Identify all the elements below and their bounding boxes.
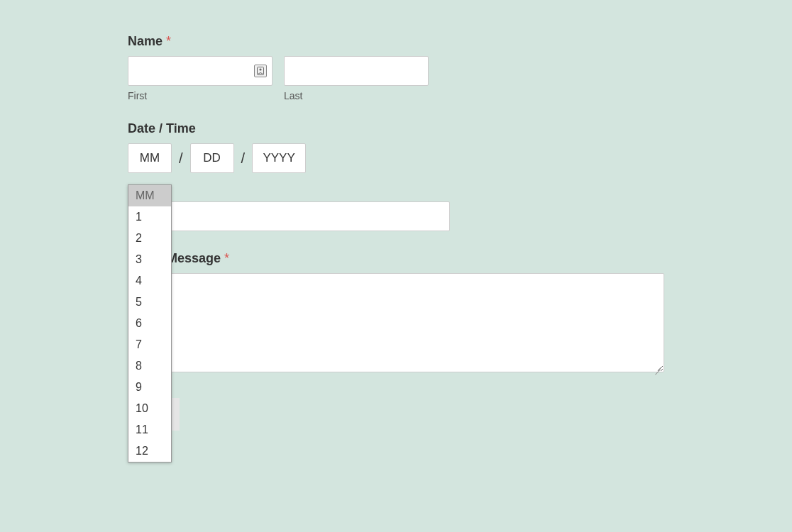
year-placeholder: YYYY bbox=[263, 151, 295, 165]
first-name-col: First bbox=[128, 56, 273, 101]
email-field bbox=[128, 201, 664, 231]
month-option[interactable]: 10 bbox=[128, 398, 171, 419]
month-dropdown: MM 1 2 3 4 5 6 7 8 9 10 11 12 bbox=[128, 184, 172, 462]
email-input[interactable] bbox=[128, 201, 450, 231]
month-option[interactable]: 5 bbox=[128, 292, 171, 313]
last-name-input[interactable] bbox=[284, 56, 429, 86]
month-option[interactable]: 9 bbox=[128, 377, 171, 398]
name-label-text: Name bbox=[128, 34, 163, 48]
month-option[interactable]: 2 bbox=[128, 228, 171, 249]
month-option[interactable]: 12 bbox=[128, 440, 171, 462]
date-field: Date / Time MM / DD / YYYY bbox=[128, 121, 664, 173]
date-separator-1: / bbox=[179, 150, 183, 167]
last-name-sublabel: Last bbox=[284, 90, 429, 101]
name-label: Name * bbox=[128, 34, 664, 49]
month-select[interactable]: MM bbox=[128, 143, 172, 173]
contacts-icon[interactable] bbox=[254, 65, 267, 77]
svg-point-1 bbox=[259, 68, 261, 70]
last-name-col: Last bbox=[284, 56, 429, 101]
month-option[interactable]: 4 bbox=[128, 270, 171, 292]
form: Name * First Last Date / Time bbox=[0, 0, 792, 431]
comment-required-marker: * bbox=[224, 251, 229, 265]
day-select[interactable]: DD bbox=[190, 143, 234, 173]
month-dropdown-header[interactable]: MM bbox=[128, 185, 171, 206]
month-option[interactable]: 8 bbox=[128, 355, 171, 377]
day-placeholder: DD bbox=[203, 151, 221, 165]
month-placeholder: MM bbox=[140, 151, 160, 165]
first-name-sublabel: First bbox=[128, 90, 273, 101]
year-select[interactable]: YYYY bbox=[252, 143, 306, 173]
required-marker: * bbox=[166, 34, 171, 48]
date-row: MM / DD / YYYY bbox=[128, 143, 664, 173]
month-option[interactable]: 6 bbox=[128, 313, 171, 334]
month-option[interactable]: 1 bbox=[128, 206, 171, 228]
name-row: First Last bbox=[128, 56, 664, 101]
first-name-input[interactable] bbox=[128, 56, 273, 86]
comment-field: ent or Message * bbox=[128, 251, 664, 375]
date-separator-2: / bbox=[241, 150, 246, 167]
month-option[interactable]: 11 bbox=[128, 419, 171, 440]
name-field: Name * First Last bbox=[128, 34, 664, 101]
comment-textarea[interactable] bbox=[128, 273, 664, 372]
date-label: Date / Time bbox=[128, 121, 664, 136]
comment-label: ent or Message * bbox=[128, 251, 664, 266]
month-option[interactable]: 7 bbox=[128, 334, 171, 355]
month-option[interactable]: 3 bbox=[128, 249, 171, 270]
